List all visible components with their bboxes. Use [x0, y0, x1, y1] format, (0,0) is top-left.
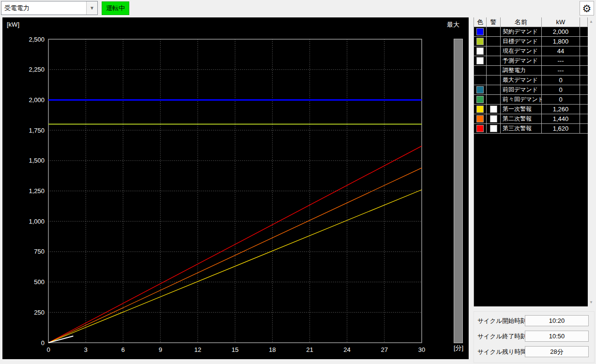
svg-text:1,500: 1,500 — [29, 157, 45, 164]
alarm-checkbox[interactable] — [490, 106, 497, 113]
color-cell — [474, 95, 487, 105]
color-cell — [474, 66, 487, 76]
name-cell: 予測デマンド — [501, 56, 542, 66]
color-swatch — [476, 38, 484, 45]
cycle-start-value: 10:20 — [525, 315, 589, 326]
gear-icon: ⚙ — [582, 3, 592, 14]
name-cell: 第二次警報 — [501, 114, 542, 124]
color-swatch — [476, 86, 484, 93]
svg-text:1,000: 1,000 — [29, 218, 45, 225]
row-filler — [580, 37, 588, 46]
table-row[interactable]: 第二次警報1,440 — [474, 114, 588, 124]
kw-cell: 1,800 — [542, 37, 580, 46]
table-row[interactable]: 第一次警報1,260 — [474, 105, 588, 114]
row-filler — [580, 66, 588, 76]
cycle-remaining-row: サイクル残り時間 28分 — [474, 346, 594, 357]
alarm-cell — [487, 76, 501, 85]
color-swatch — [476, 28, 484, 35]
top-toolbar: 受電電力 ▼ 運転中 ⚙ — [0, 0, 596, 17]
svg-text:21: 21 — [306, 346, 313, 353]
svg-text:2,250: 2,250 — [29, 66, 45, 73]
svg-text:30: 30 — [418, 346, 425, 353]
color-cell — [474, 46, 487, 56]
svg-text:18: 18 — [269, 346, 275, 353]
svg-text:2,000: 2,000 — [29, 96, 45, 104]
table-row[interactable]: 調整電力--- — [474, 66, 588, 76]
cycle-end-row: サイクル終了時刻 10:50 — [474, 331, 594, 342]
table-row[interactable]: 第三次警報1,620 — [474, 124, 588, 134]
x-axis-unit-label: [分] — [449, 344, 468, 352]
channel-select[interactable]: 受電電力 ▼ — [1, 1, 98, 15]
alarm-checkbox[interactable] — [490, 125, 497, 132]
table-row[interactable]: 目標デマンド1,800 — [474, 37, 588, 46]
alarm-cell — [487, 37, 501, 46]
alarm-cell — [487, 46, 501, 56]
header-color: 色 — [474, 17, 487, 27]
svg-text:27: 27 — [381, 346, 388, 353]
scroll-down-icon[interactable]: ▼ — [588, 298, 595, 306]
cycle-end-value: 10:50 — [525, 331, 589, 342]
color-swatch — [476, 47, 484, 55]
alarm-cell — [487, 85, 501, 95]
color-cell — [474, 56, 487, 66]
svg-text:1,250: 1,250 — [29, 187, 45, 195]
table-scrollbar[interactable]: ▲ ▼ — [588, 17, 595, 306]
settings-button[interactable]: ⚙ — [580, 1, 594, 15]
kw-cell: 0 — [542, 85, 580, 95]
row-filler — [580, 85, 588, 95]
svg-text:3: 3 — [84, 346, 87, 353]
color-cell — [474, 85, 487, 95]
name-cell: 調整電力 — [501, 66, 542, 76]
svg-text:15: 15 — [231, 346, 238, 353]
svg-text:0: 0 — [46, 346, 50, 353]
header-kw: kW — [542, 17, 580, 27]
header-alarm: 警 — [487, 17, 501, 27]
scroll-up-icon[interactable]: ▲ — [588, 17, 595, 26]
svg-text:250: 250 — [34, 309, 45, 316]
cycle-remaining-label: サイクル残り時間 — [477, 348, 526, 356]
table-row[interactable]: 契約デマンド2,000 — [474, 27, 588, 37]
table-row[interactable]: 前々回デマンド0 — [474, 95, 588, 105]
color-swatch — [476, 125, 484, 132]
kw-cell: --- — [542, 56, 580, 66]
table-empty-area — [474, 134, 588, 306]
color-cell — [474, 76, 487, 85]
color-cell — [474, 37, 487, 46]
run-status-button[interactable]: 運転中 — [102, 1, 129, 15]
name-cell: 最大デマンド — [501, 76, 542, 85]
svg-text:750: 750 — [34, 248, 45, 255]
kw-cell: --- — [542, 66, 580, 76]
kw-cell: 2,000 — [542, 27, 580, 37]
alarm-checkbox[interactable] — [490, 115, 497, 122]
kw-cell: 1,620 — [542, 124, 580, 134]
header-name: 名前 — [501, 17, 542, 27]
svg-text:12: 12 — [194, 346, 201, 353]
table-row[interactable]: 最大デマンド0 — [474, 76, 588, 85]
row-filler — [580, 56, 588, 66]
row-filler — [580, 105, 588, 114]
row-filler — [580, 95, 588, 105]
name-cell: 第三次警報 — [501, 124, 542, 134]
cycle-remaining-value: 28分 — [525, 346, 589, 357]
color-swatch — [476, 96, 484, 103]
color-swatch — [476, 106, 484, 113]
header-filler — [580, 17, 588, 27]
kw-cell: 1,260 — [542, 105, 580, 114]
svg-text:500: 500 — [34, 278, 45, 286]
table-row[interactable]: 前回デマンド0 — [474, 85, 588, 95]
row-filler — [580, 114, 588, 124]
chevron-down-icon[interactable]: ▼ — [86, 1, 97, 15]
name-cell: 契約デマンド — [501, 27, 542, 37]
demand-table-rows: 契約デマンド2,000目標デマンド1,800現在デマンド44予測デマンド---調… — [474, 27, 588, 134]
channel-select-value: 受電電力 — [1, 4, 86, 13]
table-row[interactable]: 現在デマンド44 — [474, 46, 588, 56]
demand-chart: 02505007501,0001,2501,5001,7502,0002,250… — [2, 17, 469, 359]
cycle-end-label: サイクル終了時刻 — [477, 333, 526, 341]
alarm-cell — [487, 105, 501, 114]
svg-text:2,500: 2,500 — [29, 36, 45, 43]
row-filler — [580, 124, 588, 134]
svg-text:0: 0 — [41, 339, 45, 347]
table-row[interactable]: 予測デマンド--- — [474, 56, 588, 66]
row-filler — [580, 46, 588, 56]
alarm-cell — [487, 124, 501, 134]
